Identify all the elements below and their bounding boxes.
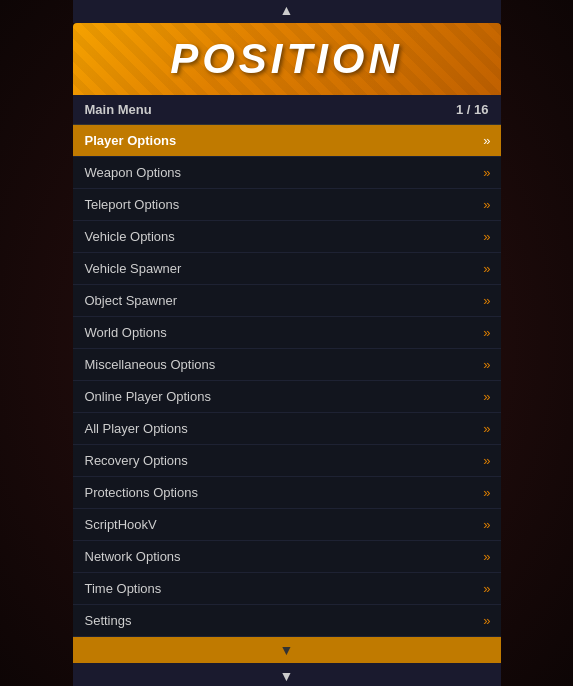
- menu-item[interactable]: Recovery Options»: [73, 445, 501, 477]
- subtitle-text: Main Menu: [85, 102, 152, 117]
- item-label: Time Options: [85, 581, 162, 596]
- item-label: Settings: [85, 613, 132, 628]
- menu-item[interactable]: Protections Options»: [73, 477, 501, 509]
- item-arrow-icon: »: [483, 197, 488, 212]
- item-arrow-icon: »: [483, 549, 488, 564]
- item-arrow-icon: »: [483, 229, 488, 244]
- item-arrow-icon: »: [483, 357, 488, 372]
- menu-item[interactable]: Online Player Options»: [73, 381, 501, 413]
- item-arrow-icon: »: [483, 293, 488, 308]
- item-label: World Options: [85, 325, 167, 340]
- item-arrow-icon: »: [483, 165, 488, 180]
- item-arrow-icon: »: [483, 421, 488, 436]
- item-label: Network Options: [85, 549, 181, 564]
- menu-title: POSITION: [170, 35, 403, 83]
- menu-item[interactable]: Time Options»: [73, 573, 501, 605]
- menu-item[interactable]: Object Spawner»: [73, 285, 501, 317]
- menu-item[interactable]: All Player Options»: [73, 413, 501, 445]
- menu-item[interactable]: Player Options»: [73, 125, 501, 157]
- bottom-bar: ▼: [73, 637, 501, 663]
- menu-item[interactable]: Vehicle Options»: [73, 221, 501, 253]
- item-label: Miscellaneous Options: [85, 357, 216, 372]
- item-label: All Player Options: [85, 421, 188, 436]
- item-label: Object Spawner: [85, 293, 178, 308]
- item-arrow-icon: »: [483, 261, 488, 276]
- menu-item[interactable]: Settings»: [73, 605, 501, 637]
- scroll-up-arrow: ▲: [280, 2, 294, 18]
- menu-item[interactable]: World Options»: [73, 317, 501, 349]
- menu-item[interactable]: ScriptHookV»: [73, 509, 501, 541]
- menu-item[interactable]: Teleport Options»: [73, 189, 501, 221]
- menu-item[interactable]: Miscellaneous Options»: [73, 349, 501, 381]
- item-label: Online Player Options: [85, 389, 211, 404]
- menu-item[interactable]: Network Options»: [73, 541, 501, 573]
- item-arrow-icon: »: [483, 453, 488, 468]
- page-indicator: 1 / 16: [456, 102, 489, 117]
- item-arrow-icon: »: [483, 581, 488, 596]
- item-label: Player Options: [85, 133, 177, 148]
- item-arrow-icon: »: [483, 517, 488, 532]
- item-label: Protections Options: [85, 485, 198, 500]
- menu-header: POSITION: [73, 23, 501, 95]
- subtitle-bar: Main Menu 1 / 16: [73, 95, 501, 125]
- menu-item[interactable]: Weapon Options»: [73, 157, 501, 189]
- item-label: ScriptHookV: [85, 517, 157, 532]
- item-label: Vehicle Options: [85, 229, 175, 244]
- item-arrow-icon: »: [483, 325, 488, 340]
- item-arrow-icon: »: [483, 613, 488, 628]
- item-label: Vehicle Spawner: [85, 261, 182, 276]
- scroll-up-button[interactable]: ▲: [73, 0, 501, 23]
- menu-item[interactable]: Vehicle Spawner»: [73, 253, 501, 285]
- scroll-down-button[interactable]: ▼: [73, 663, 501, 686]
- item-arrow-icon: »: [483, 389, 488, 404]
- bottom-bar-arrow: ▼: [280, 642, 294, 658]
- item-label: Recovery Options: [85, 453, 188, 468]
- item-label: Weapon Options: [85, 165, 182, 180]
- item-arrow-icon: »: [483, 133, 488, 148]
- item-arrow-icon: »: [483, 485, 488, 500]
- menu-items-list: Player Options»Weapon Options»Teleport O…: [73, 125, 501, 637]
- scroll-down-arrow: ▼: [280, 668, 294, 684]
- menu-container: ▲ POSITION Main Menu 1 / 16 Player Optio…: [73, 0, 501, 686]
- outer-container: ▲ POSITION Main Menu 1 / 16 Player Optio…: [0, 0, 573, 686]
- item-label: Teleport Options: [85, 197, 180, 212]
